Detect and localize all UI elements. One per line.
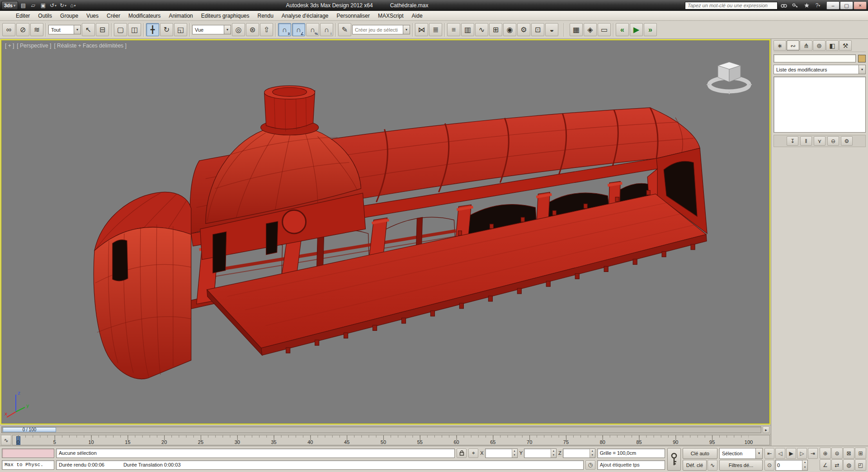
search-button[interactable] [779, 1, 789, 10]
maximize-viewport-toggle[interactable]: ◰ [855, 459, 866, 471]
z-coordinate-field[interactable]: ▴▾ [563, 448, 595, 458]
snaps-toggle[interactable]: ∩3 [278, 23, 291, 36]
absolute-offset-toggle[interactable]: ⌖ [468, 448, 478, 458]
infocenter-search-input[interactable] [685, 2, 778, 10]
menu-creer[interactable]: Créer [103, 11, 124, 20]
frame-spinner[interactable]: ▴▾ [802, 460, 807, 470]
new-scene-button[interactable]: ▤ [19, 1, 28, 10]
layer-manager-button[interactable]: ≡ [447, 23, 460, 36]
render-setup-button[interactable]: ⚙ [517, 23, 530, 36]
selection-region-button[interactable]: ▢ [114, 23, 127, 36]
time-tag-button[interactable]: ◷ [585, 460, 595, 470]
modifier-stack-list[interactable] [774, 76, 866, 133]
key-mode-toggle-button[interactable]: ⊙ [764, 460, 774, 471]
make-unique-button[interactable]: ⋎ [814, 136, 826, 146]
go-to-start-button[interactable]: ⇤ [764, 448, 774, 459]
scene-render[interactable] [1, 40, 769, 424]
redo-button[interactable]: ↻▾ [58, 1, 68, 10]
favorites-button[interactable] [802, 1, 811, 10]
menu-personnaliser[interactable]: Personnaliser [333, 11, 374, 20]
track-bar-ruler[interactable]: 0510152025303540455055606570758085909510… [12, 435, 770, 445]
viewcube[interactable] [704, 52, 754, 97]
tab-hierarchy[interactable]: ⋔ [800, 40, 812, 51]
key-mode-dropdown[interactable]: Sélection ▾ [719, 448, 763, 459]
pin-stack-button[interactable]: ↧ [787, 136, 798, 146]
named-selection-sets-dropdown[interactable]: Créer jeu de sélecti▾ [352, 25, 410, 34]
render-production-button[interactable]: ◒ [545, 23, 558, 36]
menu-rendu[interactable]: Rendu [253, 11, 277, 20]
menu-groupe[interactable]: Groupe [56, 11, 82, 20]
select-object-button[interactable]: ↖ [82, 23, 95, 36]
configure-modifier-sets-button[interactable]: ⚙ [841, 136, 853, 146]
window-crossing-toggle[interactable]: ◫ [128, 23, 141, 36]
perspective-viewport[interactable]: [ + ] [ Perspective ] [ Réaliste + Faces… [0, 39, 770, 424]
menu-animation[interactable]: Animation [165, 11, 197, 20]
physx-step-simulation-button[interactable]: » [644, 23, 657, 36]
open-file-button[interactable]: ▱ [28, 1, 38, 10]
set-keys-button[interactable] [667, 448, 681, 471]
physx-rigid-body-button[interactable]: ▦ [570, 23, 583, 36]
orbit-button[interactable]: ◍ [843, 459, 854, 471]
physx-reset-simulation-button[interactable]: « [616, 23, 629, 36]
curve-editor-button[interactable]: ∿ [475, 23, 488, 36]
play-animation-button[interactable]: ▶ [786, 448, 796, 459]
show-end-result-button[interactable]: ‖ [800, 136, 812, 146]
tab-modify[interactable]: ∾ [787, 40, 799, 51]
reference-coordinate-dropdown[interactable]: Vue▾ [192, 25, 231, 34]
menu-aide[interactable]: Aide [408, 11, 427, 20]
physx-start-simulation-button[interactable]: ▶ [630, 23, 643, 36]
bind-to-space-warp-button[interactable]: ≋ [30, 23, 43, 36]
menu-editer[interactable]: Editer [12, 11, 34, 20]
undo-button[interactable]: ↺▾ [48, 1, 58, 10]
selection-lock-toggle[interactable] [457, 448, 467, 458]
select-and-scale-button[interactable]: ◱ [174, 23, 187, 36]
viewport-shading-menu[interactable]: [ Réaliste + Faces délimitées ] [54, 43, 126, 49]
zoom-extents-button[interactable]: ⊠ [843, 448, 854, 459]
wireframe-color-swatch[interactable] [858, 55, 866, 62]
x-spinner[interactable]: ▴▾ [512, 449, 517, 458]
select-and-link-button[interactable]: ∞ [2, 23, 15, 36]
x-coordinate-field[interactable]: ▴▾ [485, 448, 518, 458]
set-key-toggle[interactable]: Déf. clé [683, 460, 707, 471]
keyboard-override-toggle[interactable]: ⇧ [260, 23, 273, 36]
unlink-selection-button[interactable]: ⊘ [16, 23, 29, 36]
spinner-snap-toggle[interactable]: ∩↕ [320, 23, 333, 36]
default-tangents-button[interactable]: ∿ [708, 460, 717, 471]
tab-create[interactable]: ∗ [774, 40, 786, 51]
schematic-view-button[interactable]: ⊞ [489, 23, 502, 36]
tab-motion[interactable]: ⊚ [813, 40, 826, 51]
close-button[interactable]: × [854, 1, 867, 10]
go-to-end-button[interactable]: ⇥ [808, 448, 818, 459]
x-coordinate-input[interactable] [486, 449, 512, 458]
zoom-extents-all-button[interactable]: ⊞ [855, 448, 866, 459]
physx-shapes-button[interactable]: ▭ [598, 23, 611, 36]
macro-recorder-pane[interactable] [2, 448, 54, 458]
key-filters-button[interactable]: Filtres dé... [719, 460, 763, 471]
current-frame-input[interactable] [776, 460, 802, 470]
percent-snap-toggle[interactable]: ∩% [306, 23, 319, 36]
select-and-manipulate-button[interactable]: ⊛ [246, 23, 259, 36]
save-file-button[interactable]: ▣ [38, 1, 48, 10]
select-by-name-button[interactable]: ⊟ [96, 23, 109, 36]
maxscript-mini-listener[interactable]: Max to Physc. [2, 460, 54, 470]
object-name-input[interactable] [774, 54, 856, 62]
field-of-view-button[interactable]: ∠ [820, 459, 831, 471]
angle-snap-toggle[interactable]: ∩∠ [292, 23, 305, 36]
menu-analyse-eclairage[interactable]: Analyse d'éclairage [278, 11, 333, 20]
tab-display[interactable]: ◧ [826, 40, 839, 51]
rendered-frame-window-button[interactable]: ⊡ [531, 23, 544, 36]
application-menu-button[interactable]: 3ds ▾ [1, 1, 18, 10]
pan-view-button[interactable]: ⇄ [831, 459, 843, 471]
project-folder-button[interactable]: ⌂▾ [68, 1, 78, 10]
material-editor-button[interactable]: ◉ [503, 23, 516, 36]
help-button[interactable]: ? ▾ [813, 1, 823, 10]
time-tag-field[interactable]: Ajout étiquette tps [597, 460, 665, 470]
align-button[interactable]: ≣ [429, 23, 442, 36]
menu-vues[interactable]: Vues [82, 11, 103, 20]
y-spinner[interactable]: ▴▾ [551, 449, 556, 458]
viewport-general-menu[interactable]: [ + ] [5, 43, 14, 49]
select-and-move-button[interactable]: ╋ [146, 23, 159, 36]
maximize-button[interactable]: ▢ [840, 1, 853, 10]
tab-utilities[interactable]: ⚒ [839, 40, 852, 51]
previous-frame-button[interactable]: ◁ [775, 448, 785, 459]
